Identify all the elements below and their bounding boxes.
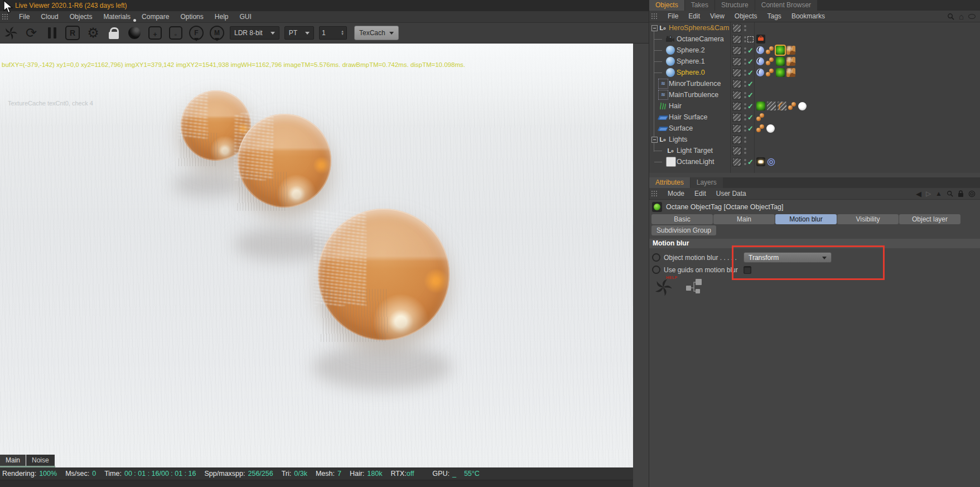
arrow-up-icon[interactable]: ▲	[935, 190, 942, 197]
visibility-dots[interactable]	[744, 36, 746, 42]
collapse-icon[interactable]	[651, 137, 658, 143]
target-tag-icon[interactable]	[767, 158, 775, 166]
enabled-check-icon[interactable]: ✓	[747, 80, 754, 88]
menu-cloud[interactable]: Cloud	[35, 13, 64, 21]
visibility-dots[interactable]	[744, 148, 746, 154]
camera-link-icon[interactable]	[747, 36, 754, 42]
tree-row-hair[interactable]: Hair ✓	[649, 100, 980, 112]
layer-swatch[interactable]	[732, 80, 741, 88]
visibility-dots[interactable]	[744, 114, 746, 120]
tree-row-sphere0[interactable]: Sphere.0 ✓	[649, 67, 980, 78]
layer-swatch[interactable]	[732, 124, 741, 133]
octane-objecttag-icon[interactable]	[766, 46, 774, 55]
visibility-dots[interactable]	[744, 159, 746, 165]
samples-stepper[interactable]: 1 ▲▼	[319, 26, 347, 40]
visibility-dots[interactable]	[744, 25, 746, 31]
hair-material-tag-icon[interactable]	[766, 124, 775, 133]
history-back-icon[interactable]: ◀	[916, 190, 921, 198]
tab-motion-blur[interactable]: Motion blur	[775, 214, 837, 224]
visibility-dots[interactable]	[744, 59, 746, 65]
menu-file[interactable]: File	[13, 13, 35, 21]
sub-region-icon[interactable]: ▫	[168, 25, 184, 41]
hair-material-tag-icon[interactable]	[798, 102, 807, 110]
enabled-check-icon[interactable]: ✓	[747, 46, 754, 55]
param-ring-icon[interactable]	[652, 253, 660, 262]
layer-swatch[interactable]	[732, 69, 741, 77]
tab-content-browser[interactable]: Content Browser	[755, 0, 817, 11]
octane-logo-icon[interactable]	[3, 25, 18, 41]
layer-swatch[interactable]	[732, 46, 741, 55]
format-dropdown[interactable]: LDR 8-bit	[230, 26, 279, 40]
visibility-dots[interactable]	[744, 126, 746, 132]
visibility-dots[interactable]	[744, 137, 746, 143]
collapse-icon[interactable]	[651, 25, 658, 31]
tab-subdivision-group[interactable]: Subdivision Group	[651, 225, 716, 235]
tree-row-hairsurface[interactable]: Hair Surface ✓	[649, 112, 980, 123]
tree-row-mainturbulence[interactable]: ≋ MainTurbulence ✓	[649, 89, 980, 100]
enabled-check-icon[interactable]: ✓	[747, 158, 754, 166]
refresh-icon[interactable]: ⟳	[23, 25, 39, 41]
tab-structure[interactable]: Structure	[715, 0, 755, 11]
hatch-tag-icon[interactable]	[767, 102, 776, 110]
menu-help[interactable]: Help	[209, 13, 234, 21]
tab-objects[interactable]: Objects	[649, 0, 684, 11]
kernel-dropdown[interactable]: PT	[284, 26, 314, 40]
layer-swatch[interactable]	[732, 136, 741, 144]
material-pin-m-icon[interactable]: M	[209, 25, 225, 41]
search-icon[interactable]	[947, 13, 954, 20]
restart-render-icon[interactable]: R	[65, 25, 80, 41]
render-viewport[interactable]: bufXY=(-379,-142) xy1=0,0 xy2=1162,796) …	[0, 44, 633, 467]
attr-menu-mode[interactable]: Mode	[663, 190, 689, 197]
octane-tag-icon[interactable]	[756, 102, 765, 110]
layer-swatch[interactable]	[732, 113, 741, 122]
visibility-dots[interactable]	[744, 92, 746, 98]
octane-objecttag-icon[interactable]	[788, 102, 796, 110]
stepper-arrows-icon[interactable]: ▲▼	[341, 30, 344, 36]
menu-options[interactable]: Options	[175, 13, 209, 21]
octane-tag-selected-icon[interactable]	[776, 46, 785, 55]
om-menu-tags[interactable]: Tags	[762, 12, 786, 20]
phong-tag-icon[interactable]	[756, 57, 764, 65]
visibility-dots[interactable]	[744, 70, 746, 76]
tree-row-minorturbulence[interactable]: ≋ MinorTurbulence ✓	[649, 78, 980, 89]
lock-icon[interactable]	[106, 25, 122, 41]
octane-objecttag-icon[interactable]	[756, 124, 765, 133]
enabled-check-icon[interactable]: ✓	[747, 91, 754, 99]
tab-takes[interactable]: Takes	[685, 0, 715, 11]
node-setup-icon[interactable]	[685, 278, 703, 299]
use-guids-checkbox[interactable]	[744, 266, 751, 274]
tree-row-octanelight[interactable]: OctaneLight ✓	[649, 156, 980, 167]
tree-row-octanecamera[interactable]: OctaneCamera	[649, 33, 980, 45]
octane-camera-tag-icon[interactable]	[756, 35, 765, 44]
light-tag-icon[interactable]	[756, 157, 765, 166]
home-icon[interactable]: ⌂	[959, 13, 964, 20]
target-circles-icon[interactable]	[968, 190, 976, 197]
tab-main[interactable]: Main	[713, 214, 775, 224]
om-menu-view[interactable]: View	[705, 12, 730, 20]
hatch-curve-tag-icon[interactable]	[778, 102, 786, 110]
om-menu-file[interactable]: File	[663, 12, 683, 20]
octane-tag-icon[interactable]	[776, 57, 785, 66]
enabled-check-icon[interactable]: ✓	[747, 57, 754, 66]
enabled-check-icon[interactable]: ✓	[747, 113, 754, 122]
search-icon[interactable]	[947, 190, 953, 197]
om-menu-bookmarks[interactable]: Bookmarks	[786, 12, 830, 20]
render-ball-icon[interactable]	[127, 25, 142, 41]
visibility-dots[interactable]	[744, 103, 746, 109]
menu-objects[interactable]: Objects	[64, 13, 98, 21]
settings-gear-icon[interactable]: ⚙	[85, 25, 101, 41]
tree-row-sphere2[interactable]: Sphere.2 ✓	[649, 45, 980, 56]
menu-compare[interactable]: Compare	[136, 13, 175, 21]
grip-handle-icon[interactable]	[651, 13, 658, 20]
octane-objecttag-icon[interactable]	[756, 113, 765, 122]
phong-tag-icon[interactable]	[756, 69, 764, 76]
attr-menu-edit[interactable]: Edit	[689, 190, 711, 197]
material-tag-icon[interactable]	[786, 46, 795, 55]
tab-attributes[interactable]: Attributes	[649, 177, 690, 188]
phong-tag-icon[interactable]	[756, 46, 764, 54]
tab-object-layer[interactable]: Object layer	[899, 214, 960, 224]
tab-noise[interactable]: Noise	[26, 455, 55, 466]
history-forward-icon[interactable]: ▷	[926, 190, 931, 197]
tree-row-herospheres[interactable]: Lo HeroSpheres&Cam	[649, 22, 980, 33]
material-tag-icon[interactable]	[786, 57, 795, 66]
